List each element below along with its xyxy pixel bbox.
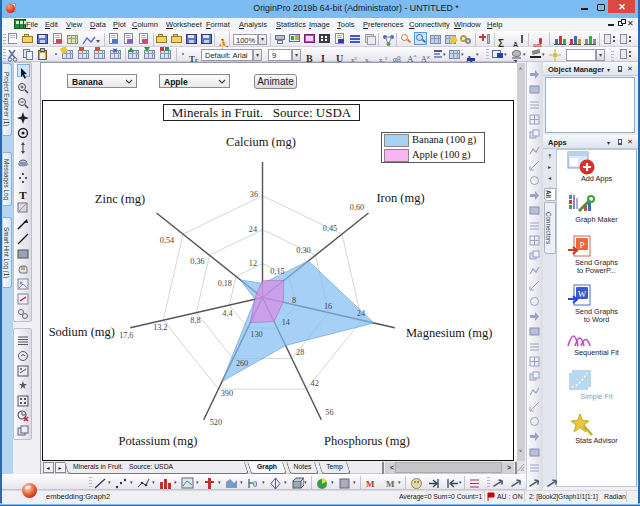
svg-text:24: 24 bbox=[357, 309, 365, 318]
svg-text:260: 260 bbox=[236, 359, 248, 368]
svg-text:Zinc (mg): Zinc (mg) bbox=[95, 192, 145, 206]
svg-text:0,45: 0,45 bbox=[323, 224, 337, 233]
svg-text:0,15: 0,15 bbox=[270, 267, 284, 276]
svg-text:13,2: 13,2 bbox=[153, 323, 167, 332]
svg-text:W: W bbox=[578, 289, 587, 299]
svg-text:Calcium (mg): Calcium (mg) bbox=[226, 135, 296, 149]
svg-text:17,6: 17,6 bbox=[119, 331, 133, 340]
svg-text:130: 130 bbox=[250, 330, 262, 339]
svg-text:0: 0 bbox=[253, 480, 257, 489]
svg-text:42: 42 bbox=[311, 379, 319, 388]
svg-text:56: 56 bbox=[325, 408, 333, 417]
svg-text:0,54: 0,54 bbox=[160, 236, 174, 245]
svg-text:14: 14 bbox=[282, 318, 290, 327]
svg-text:Sodium (mg): Sodium (mg) bbox=[49, 325, 115, 339]
svg-text:28: 28 bbox=[296, 348, 304, 357]
svg-text:0,36: 0,36 bbox=[190, 257, 204, 266]
svg-text:Potassium (mg): Potassium (mg) bbox=[119, 434, 198, 448]
svg-text:390: 390 bbox=[221, 389, 233, 398]
svg-text:0,60: 0,60 bbox=[350, 203, 364, 212]
svg-text:0,18: 0,18 bbox=[218, 279, 232, 288]
svg-text:36: 36 bbox=[250, 190, 258, 199]
svg-text:0,30: 0,30 bbox=[296, 246, 310, 255]
svg-text:M: M bbox=[366, 479, 375, 489]
svg-text:8,8: 8,8 bbox=[190, 316, 200, 325]
svg-text:16: 16 bbox=[324, 302, 332, 311]
svg-text:8: 8 bbox=[292, 296, 296, 305]
svg-text:520: 520 bbox=[210, 418, 222, 427]
svg-text:Magnesium (mg): Magnesium (mg) bbox=[406, 326, 492, 340]
svg-text:24: 24 bbox=[249, 225, 257, 234]
svg-text:12: 12 bbox=[249, 259, 257, 268]
svg-text:Iron (mg): Iron (mg) bbox=[376, 191, 424, 205]
svg-text:P: P bbox=[579, 240, 584, 250]
svg-text:4,4: 4,4 bbox=[222, 309, 232, 318]
svg-text:M: M bbox=[386, 479, 395, 489]
svg-text:Phosphorus (mg): Phosphorus (mg) bbox=[324, 434, 410, 448]
